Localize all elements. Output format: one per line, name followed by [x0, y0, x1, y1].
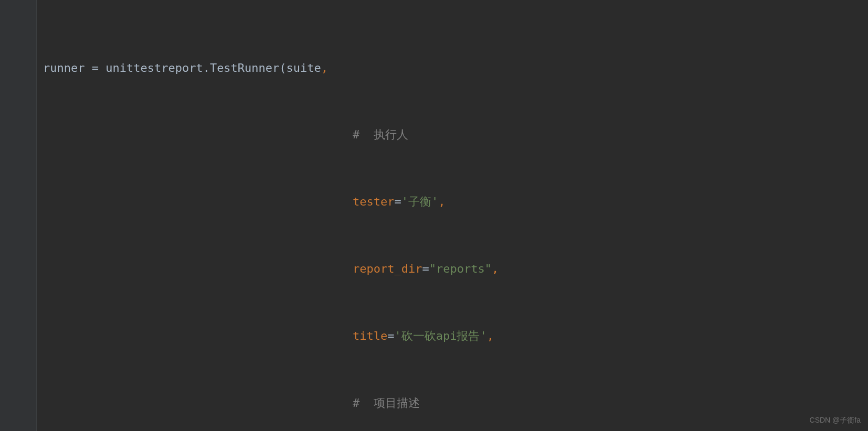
comma: , — [321, 58, 328, 79]
code-line[interactable]: # 项目描述 — [43, 390, 868, 416]
code-text: runner = unittestreport.TestRunner(suite — [43, 58, 321, 79]
code-line[interactable]: runner = unittestreport.TestRunner(suite… — [43, 55, 868, 81]
comment-text: 项目描述 — [359, 393, 420, 414]
code-editor[interactable]: runner = unittestreport.TestRunner(suite… — [0, 0, 868, 431]
comma: , — [438, 191, 445, 212]
equals: = — [387, 326, 394, 347]
code-line[interactable]: tester='子衡', — [43, 189, 868, 215]
code-line[interactable]: report_dir="reports", — [43, 256, 868, 282]
string-value: '子衡' — [401, 191, 439, 212]
code-line[interactable]: title='砍一砍api报告', — [43, 323, 868, 349]
param-name: report_dir — [353, 258, 422, 279]
watermark-text: CSDN @子衡fa — [810, 414, 861, 427]
comment-text: 执行人 — [359, 124, 408, 145]
comma: , — [487, 326, 494, 347]
comma: , — [492, 258, 499, 279]
comment-hash: # — [353, 124, 359, 145]
param-name: title — [353, 326, 387, 347]
param-name: tester — [353, 191, 394, 212]
equals: = — [394, 191, 401, 212]
comment-hash: # — [353, 393, 359, 414]
equals: = — [422, 258, 429, 279]
string-value: '砍一砍api报告' — [394, 326, 486, 347]
string-value: "reports" — [429, 258, 492, 279]
editor-gutter — [0, 0, 37, 431]
code-line[interactable]: # 执行人 — [43, 122, 868, 148]
